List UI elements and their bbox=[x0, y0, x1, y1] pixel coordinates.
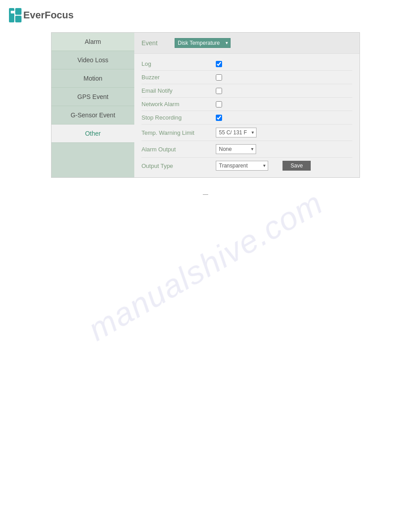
output-type-select[interactable]: Transparent Normally Open Normally Close… bbox=[216, 161, 268, 171]
stop-recording-checkbox[interactable] bbox=[216, 115, 222, 121]
email-notify-checkbox-cell bbox=[216, 88, 222, 94]
sidebar-item-g-sensor-event[interactable]: G-Sensor Event bbox=[51, 106, 134, 124]
sidebar-item-other[interactable]: Other bbox=[51, 124, 134, 143]
panel: Alarm Video Loss Motion GPS Event G-Sens… bbox=[51, 32, 360, 178]
page-number: — bbox=[0, 182, 411, 206]
output-type-row: Output Type Transparent Normally Open No… bbox=[141, 158, 352, 174]
buzzer-label: Buzzer bbox=[141, 74, 209, 81]
main-content: Alarm Video Loss Motion GPS Event G-Sens… bbox=[0, 28, 411, 182]
svg-rect-1 bbox=[11, 11, 14, 13]
email-notify-row: Email Notify bbox=[141, 84, 352, 98]
temp-warning-row: Temp. Warning Limit 55 C/ 131 F 60 C/ 14… bbox=[141, 124, 352, 141]
stop-recording-checkbox-cell bbox=[216, 115, 222, 121]
event-row: Event Disk Temperature CPU Temperature P… bbox=[134, 33, 360, 54]
logo: EverFocus bbox=[9, 8, 74, 22]
buzzer-checkbox[interactable] bbox=[216, 74, 222, 81]
event-select[interactable]: Disk Temperature CPU Temperature Power L… bbox=[175, 38, 231, 48]
alarm-output-select[interactable]: None Output 1 Output 2 bbox=[216, 144, 256, 154]
network-alarm-row: Network Alarm bbox=[141, 98, 352, 111]
sidebar-item-gps-event[interactable]: GPS Event bbox=[51, 88, 134, 106]
logo-text: EverFocus bbox=[23, 9, 74, 21]
stop-recording-label: Stop Recording bbox=[141, 114, 209, 121]
log-label: Log bbox=[141, 60, 209, 67]
alarm-output-row: Alarm Output None Output 1 Output 2 bbox=[141, 141, 352, 158]
email-notify-label: Email Notify bbox=[141, 87, 209, 94]
stop-recording-row: Stop Recording bbox=[141, 111, 352, 124]
alarm-output-label: Alarm Output bbox=[141, 146, 209, 153]
right-content: Event Disk Temperature CPU Temperature P… bbox=[134, 33, 360, 177]
temp-warning-label: Temp. Warning Limit bbox=[141, 129, 209, 136]
temp-warning-select-wrapper: 55 C/ 131 F 60 C/ 140 F 65 C/ 149 F 70 C… bbox=[216, 128, 257, 137]
sidebar-item-motion[interactable]: Motion bbox=[51, 69, 134, 88]
log-row: Log bbox=[141, 57, 352, 71]
logo-icon bbox=[9, 8, 21, 22]
network-alarm-checkbox[interactable] bbox=[216, 101, 222, 107]
svg-rect-3 bbox=[15, 16, 21, 22]
network-alarm-label: Network Alarm bbox=[141, 101, 209, 107]
log-checkbox[interactable] bbox=[216, 61, 222, 67]
event-label: Event bbox=[141, 39, 168, 47]
svg-rect-0 bbox=[9, 8, 14, 22]
header: EverFocus bbox=[0, 0, 411, 28]
output-type-select-wrapper: Transparent Normally Open Normally Close… bbox=[216, 161, 268, 171]
email-notify-checkbox[interactable] bbox=[216, 88, 222, 94]
form-section: Log Buzzer Email Notify bbox=[134, 54, 360, 177]
log-checkbox-cell bbox=[216, 61, 222, 67]
buzzer-row: Buzzer bbox=[141, 71, 352, 84]
watermark: manualshive.com bbox=[82, 184, 329, 348]
sidebar-item-video-loss[interactable]: Video Loss bbox=[51, 51, 134, 69]
save-button[interactable]: Save bbox=[283, 161, 311, 171]
event-select-wrapper: Disk Temperature CPU Temperature Power L… bbox=[175, 38, 231, 48]
svg-rect-2 bbox=[15, 8, 21, 15]
buzzer-checkbox-cell bbox=[216, 74, 222, 81]
sidebar: Alarm Video Loss Motion GPS Event G-Sens… bbox=[51, 33, 134, 177]
network-alarm-checkbox-cell bbox=[216, 101, 222, 107]
output-type-label: Output Type bbox=[141, 163, 209, 169]
sidebar-item-alarm[interactable]: Alarm bbox=[51, 33, 134, 51]
alarm-output-select-wrapper: None Output 1 Output 2 bbox=[216, 144, 256, 154]
temp-warning-select[interactable]: 55 C/ 131 F 60 C/ 140 F 65 C/ 149 F 70 C… bbox=[216, 128, 257, 137]
